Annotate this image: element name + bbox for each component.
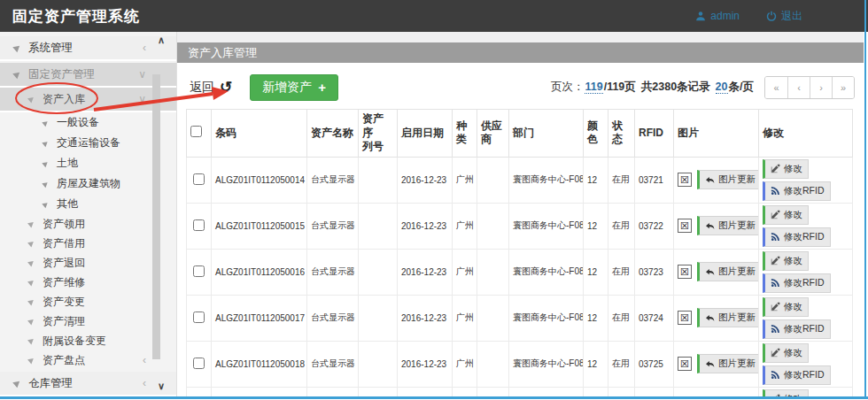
edit-button[interactable]: 修改 bbox=[763, 297, 809, 317]
edit-rfid-button[interactable]: 修改RFID bbox=[763, 365, 831, 385]
cell-category: 广州 bbox=[453, 157, 477, 203]
sidebar-item[interactable]: 系统管理 ‹ bbox=[0, 36, 176, 61]
sidebar-item[interactable]: 资产入库 ∨ bbox=[0, 88, 176, 112]
sidebar-item[interactable]: 资产维修 bbox=[0, 273, 176, 292]
scroll-up-icon[interactable]: ∧ bbox=[158, 35, 165, 46]
edit-pencil-icon bbox=[771, 210, 780, 219]
location-arrow-icon bbox=[27, 317, 35, 325]
broken-image-icon: ☒ bbox=[678, 173, 692, 187]
row-checkbox[interactable] bbox=[193, 265, 205, 277]
location-arrow-icon bbox=[42, 180, 49, 188]
cell-start-date: 2016-12-23 bbox=[398, 341, 453, 387]
cell-status: 在用 bbox=[608, 203, 635, 249]
app-title: 固定资产管理系统 bbox=[12, 6, 140, 27]
back-button[interactable]: 返回 ↺ bbox=[186, 80, 236, 96]
row-checkbox[interactable] bbox=[193, 358, 205, 369]
cell-color: 12 bbox=[584, 157, 608, 203]
sidebar-item[interactable]: 资产盘点 ‹ bbox=[0, 350, 176, 370]
sidebar-item[interactable]: 交通运输设备 bbox=[0, 133, 176, 153]
sidebar-item[interactable]: 土地 bbox=[0, 153, 176, 173]
cell-barcode: ALGZ01IT0112050019 bbox=[212, 387, 307, 396]
first-page-button[interactable]: « bbox=[765, 77, 787, 98]
cell-rfid: 03726 bbox=[635, 387, 674, 396]
col-header-modify: 修改 bbox=[759, 110, 853, 158]
cell-supplier bbox=[477, 387, 509, 396]
edit-rfid-label: 修改RFID bbox=[784, 369, 825, 381]
next-page-button[interactable]: › bbox=[810, 77, 832, 98]
location-arrow-icon bbox=[27, 258, 35, 266]
cell-serial bbox=[359, 203, 398, 249]
sidebar-item[interactable]: 一般设备 bbox=[0, 112, 176, 133]
cell-barcode: ALGZ01IT0112050014 bbox=[212, 157, 307, 203]
current-page-link[interactable]: 119 bbox=[585, 81, 602, 94]
edit-rfid-label: 修改RFID bbox=[784, 231, 825, 243]
edit-pencil-icon bbox=[771, 302, 780, 312]
row-checkbox[interactable] bbox=[193, 312, 205, 323]
reply-arrow-icon bbox=[705, 267, 715, 277]
edit-rfid-button[interactable]: 修改RFID bbox=[763, 319, 831, 339]
assets-table: 条码 资产名称 资产序 列号 启用日期 种 类 供应 商 部门 颜 色 状 态 … bbox=[186, 109, 853, 396]
sidebar-item[interactable]: 资产借用 bbox=[0, 234, 176, 253]
chevron-icon: ∨ bbox=[138, 93, 146, 105]
sidebar-item[interactable]: 资产退回 bbox=[0, 253, 176, 273]
user-menu[interactable]: admin bbox=[695, 10, 740, 22]
rfid-signal-icon bbox=[771, 186, 780, 196]
logout-button[interactable]: 退出 bbox=[766, 9, 802, 24]
edit-pencil-icon bbox=[771, 348, 780, 358]
header-right: admin 退出 bbox=[695, 9, 802, 24]
row-checkbox[interactable] bbox=[193, 219, 205, 231]
edit-button[interactable]: 修改 bbox=[763, 159, 809, 179]
cell-start-date: 2016-12-23 bbox=[398, 157, 453, 203]
edit-label: 修改 bbox=[784, 347, 802, 359]
edit-button[interactable]: 修改 bbox=[763, 251, 809, 271]
row-checkbox[interactable] bbox=[193, 173, 205, 185]
picture-update-button[interactable]: 图片更新 bbox=[697, 216, 759, 235]
reply-arrow-icon bbox=[705, 359, 715, 369]
cell-barcode: ALGZ01IT0112050015 bbox=[212, 203, 307, 249]
sidebar-item[interactable]: 资产清理 bbox=[0, 312, 176, 331]
rfid-signal-icon bbox=[771, 370, 780, 380]
sidebar-item[interactable]: 固定资产管理 ∨ bbox=[0, 63, 176, 88]
edit-button[interactable]: 修改 bbox=[763, 343, 809, 363]
edit-rfid-button[interactable]: 修改RFID bbox=[763, 181, 831, 201]
sidebar-menu: 系统管理 ‹ 固定资产管理 ∨ 资产入库 ∨ 一般设备 交通运输设备 土地 房屋… bbox=[0, 36, 176, 396]
select-all-checkbox[interactable] bbox=[190, 126, 202, 137]
cell-start-date: 2016-12-23 bbox=[398, 387, 453, 396]
sidebar-scrollbar-thumb[interactable] bbox=[152, 74, 160, 359]
reply-arrow-icon bbox=[705, 175, 715, 185]
col-header-category: 种 类 bbox=[453, 110, 477, 158]
picture-update-button[interactable]: 图片更新 bbox=[697, 262, 759, 281]
cell-department: 寰图商务中心-F08 bbox=[509, 157, 584, 203]
page-size-link[interactable]: 20 bbox=[716, 81, 728, 94]
sidebar-item[interactable]: 资产变更 bbox=[0, 292, 176, 312]
edit-rfid-button[interactable]: 修改RFID bbox=[763, 227, 831, 247]
table-row: ALGZ01IT0112050014 台式显示器 2016-12-23 广州 寰… bbox=[187, 157, 853, 203]
prev-page-button[interactable]: ‹ bbox=[787, 77, 810, 98]
sidebar-item[interactable]: 资产领用 bbox=[0, 214, 176, 234]
edit-rfid-label: 修改RFID bbox=[784, 185, 825, 197]
main-top-strip bbox=[177, 32, 864, 42]
sidebar-item[interactable]: 房屋及建筑物 bbox=[0, 173, 176, 194]
pagination: 页次： 119 /119页 共2380条记录 20 条/页 « ‹ › » bbox=[551, 76, 855, 99]
sidebar-item[interactable]: 附属设备变更 bbox=[0, 331, 176, 350]
cell-department: 寰图商务中心-F08 bbox=[509, 387, 584, 396]
add-asset-button[interactable]: 新增资产 + bbox=[250, 74, 338, 101]
chevron-icon: ‹ bbox=[143, 42, 146, 54]
sidebar-item[interactable]: 仓库管理 ‹ bbox=[0, 372, 176, 396]
picture-update-button[interactable]: 图片更新 bbox=[697, 354, 759, 373]
user-name: admin bbox=[710, 10, 740, 22]
edit-rfid-button[interactable]: 修改RFID bbox=[763, 273, 831, 293]
last-page-button[interactable]: » bbox=[832, 77, 854, 98]
scroll-down-icon[interactable]: ∨ bbox=[158, 381, 165, 392]
picture-update-button[interactable]: 图片更新 bbox=[697, 308, 759, 327]
cell-status: 在用 bbox=[608, 295, 635, 341]
table-row: ALGZ01IT0112050019 台式显示器 2016-12-23 广州 寰… bbox=[187, 387, 853, 396]
cell-start-date: 2016-12-23 bbox=[398, 203, 453, 249]
edit-button[interactable]: 修改 bbox=[763, 389, 809, 396]
edit-button[interactable]: 修改 bbox=[763, 205, 809, 225]
location-arrow-icon bbox=[27, 278, 35, 286]
location-arrow-icon bbox=[12, 43, 22, 53]
cell-modify: 修改 修改RFID bbox=[759, 341, 853, 387]
picture-update-button[interactable]: 图片更新 bbox=[697, 170, 759, 189]
sidebar-item[interactable]: 其他 bbox=[0, 194, 176, 214]
